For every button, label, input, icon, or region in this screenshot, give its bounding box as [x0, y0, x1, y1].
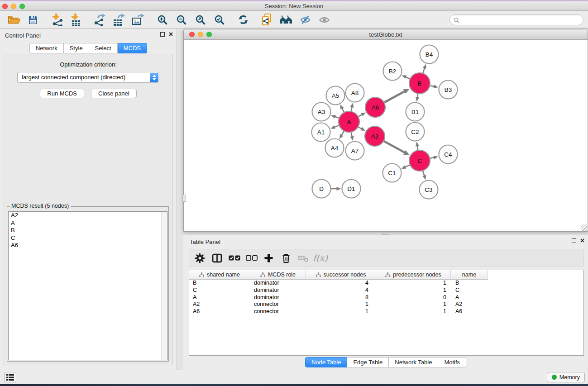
task-history-button[interactable] — [4, 372, 16, 382]
node-A1[interactable]: A1 — [312, 123, 330, 142]
node-D1[interactable]: D1 — [342, 180, 361, 198]
edge-A-A8[interactable] — [350, 103, 354, 111]
table-row[interactable]: Cdominator41C — [189, 287, 583, 294]
network-canvas[interactable]: B4B2BB3A5A8A6B1A3AA1C2A2A4A7C4CC1C3DD1 — [184, 40, 588, 231]
edge-C-C2[interactable] — [416, 142, 419, 150]
table-row[interactable]: A2connector11A2 — [189, 301, 583, 308]
node-B4[interactable]: B4 — [420, 45, 439, 64]
table-cell[interactable]: dominator — [250, 294, 306, 301]
open-session-button[interactable] — [5, 13, 24, 27]
divider-grip-icon[interactable] — [382, 233, 389, 235]
save-session-button[interactable] — [24, 13, 43, 27]
edge-D-D1[interactable] — [331, 187, 341, 191]
table-cell[interactable]: 1 — [306, 301, 376, 308]
node-table[interactable]: shared nameMCDS rolesuccessor nodesprede… — [189, 270, 584, 356]
node-C3[interactable]: C3 — [420, 181, 438, 199]
node-B3[interactable]: B3 — [439, 81, 458, 99]
table-cell[interactable]: A2 — [189, 301, 250, 308]
table-cell[interactable]: C — [189, 287, 250, 294]
node-A4[interactable]: A4 — [325, 139, 344, 157]
tab-select[interactable]: Select — [89, 43, 118, 53]
network-window-titlebar[interactable]: testGlobe.txt — [184, 29, 588, 40]
table-settings-button[interactable] — [193, 251, 207, 265]
new-network-from-selection-button[interactable] — [258, 13, 277, 27]
table-cell[interactable]: B — [189, 280, 250, 287]
tab-network-table[interactable]: Network Table — [389, 357, 438, 367]
close-table-panel-icon[interactable]: × — [580, 238, 584, 243]
memory-button[interactable]: Memory — [547, 372, 585, 382]
close-panel-icon[interactable]: × — [169, 32, 173, 37]
table-cell[interactable]: 4 — [306, 287, 376, 294]
import-table-button[interactable] — [67, 13, 86, 27]
delete-table-button[interactable] — [296, 251, 310, 265]
column-header[interactable]: name — [451, 270, 488, 280]
tab-style[interactable]: Style — [64, 43, 89, 53]
float-table-panel-icon[interactable] — [572, 238, 576, 243]
first-neighbors-button[interactable] — [277, 13, 296, 27]
zoom-in-button[interactable] — [153, 13, 172, 27]
edge-B-B2[interactable] — [402, 75, 410, 79]
table-cell[interactable]: 8 — [306, 294, 376, 301]
table-cell[interactable]: C — [451, 287, 488, 294]
table-cell[interactable]: 1 — [376, 280, 451, 287]
zoom-fit-button[interactable] — [191, 13, 210, 27]
node-B2[interactable]: B2 — [383, 62, 402, 81]
table-cell[interactable]: B — [451, 280, 488, 287]
column-header[interactable]: successor nodes — [306, 270, 376, 280]
edge-C-C1[interactable] — [402, 165, 410, 169]
edge-A-A5[interactable] — [340, 105, 344, 112]
node-A6[interactable]: A6 — [365, 97, 385, 117]
table-cell[interactable]: 1 — [376, 308, 451, 315]
horizontal-divider[interactable] — [183, 232, 588, 235]
add-column-button[interactable] — [262, 251, 276, 265]
delete-column-button[interactable] — [279, 251, 293, 265]
tab-node-table[interactable]: Node Table — [305, 357, 348, 367]
table-cell[interactable]: A6 — [189, 308, 250, 315]
table-cell[interactable]: A — [451, 294, 488, 301]
table-cell[interactable]: 1 — [376, 301, 451, 308]
table-row[interactable]: A6connector11A6 — [189, 308, 583, 315]
edge-A-A1[interactable] — [330, 125, 339, 129]
tab-network[interactable]: Network — [29, 43, 64, 53]
search-input[interactable] — [459, 16, 583, 24]
zoom-out-button[interactable] — [172, 13, 191, 27]
edge-A6-B[interactable] — [384, 89, 410, 102]
table-cell[interactable]: A2 — [451, 301, 488, 308]
table-row[interactable]: Adominator80A — [189, 294, 583, 301]
close-panel-button[interactable]: Close panel — [91, 89, 137, 98]
node-C2[interactable]: C2 — [406, 123, 425, 141]
column-header[interactable]: MCDS role — [250, 270, 306, 280]
table-cell[interactable]: connector — [250, 308, 306, 315]
edge-A-A2[interactable] — [359, 127, 365, 131]
panel-divider-handle[interactable] — [182, 195, 186, 202]
export-network-button[interactable] — [91, 13, 110, 27]
import-network-button[interactable] — [48, 13, 67, 27]
table-cell[interactable]: 4 — [306, 280, 376, 287]
hide-selected-button[interactable] — [296, 13, 315, 27]
edge-A-A7[interactable] — [350, 133, 354, 141]
resize-grip-icon[interactable] — [581, 224, 587, 231]
column-header[interactable]: predecessor nodes — [376, 270, 451, 280]
node-A[interactable]: A — [339, 111, 359, 132]
edge-B-B3[interactable] — [430, 85, 438, 88]
list-item[interactable]: B — [9, 227, 167, 234]
tab-motifs[interactable]: Motifs — [438, 357, 466, 367]
node-C1[interactable]: C1 — [383, 164, 402, 182]
mcds-result-list[interactable]: A2ABCA6 — [8, 211, 167, 360]
node-A2[interactable]: A2 — [365, 126, 385, 146]
tab-mcds[interactable]: MCDS — [118, 43, 147, 53]
table-row[interactable]: Bdominator41B — [189, 280, 583, 287]
table-cell[interactable]: connector — [250, 301, 306, 308]
node-C4[interactable]: C4 — [439, 145, 458, 164]
zoom-selected-button[interactable] — [210, 13, 229, 27]
edge-B-B4[interactable] — [423, 64, 426, 73]
search-field[interactable] — [449, 14, 583, 25]
node-A7[interactable]: A7 — [346, 142, 364, 160]
list-item[interactable]: A2 — [9, 212, 167, 219]
table-cell[interactable]: A6 — [451, 308, 488, 315]
network-graph[interactable]: B4B2BB3A5A8A6B1A3AA1C2A2A4A7C4CC1C3DD1 — [184, 40, 588, 231]
table-cell[interactable]: A — [189, 294, 250, 301]
table-cell[interactable]: dominator — [250, 280, 306, 287]
edge-A-A3[interactable] — [331, 115, 339, 119]
select-all-button[interactable] — [227, 251, 241, 265]
